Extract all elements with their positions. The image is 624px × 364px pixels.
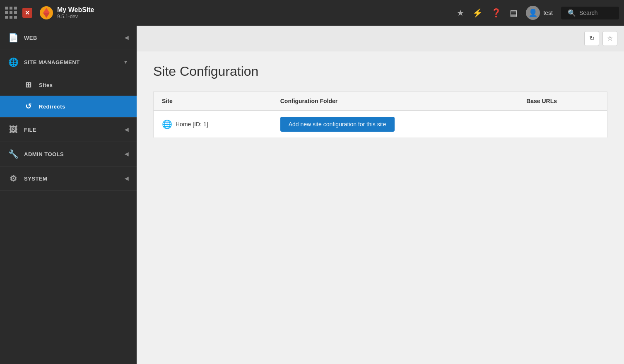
sidebar-system-label: SYSTEM (24, 176, 47, 182)
redirects-icon: ↺ (24, 102, 33, 111)
page-title: Site Configuration (153, 64, 607, 79)
topbar-right: ★ ⚡ ❓ ▤ 👤 test 🔍 Search (457, 6, 619, 20)
sidebar-redirects-label: Redirects (39, 104, 65, 110)
brand-logo (39, 5, 54, 20)
sidebar-site-management-label: SITE MANAGEMENT (24, 59, 80, 65)
add-site-config-button[interactable]: Add new site configuration for this site (280, 117, 395, 132)
table-body: 🌐 Home [ID: 1] Add new site configuratio… (154, 111, 607, 138)
main-layout: 📄 WEB ◀ 🌐 SITE MANAGEMENT ▼ ⊞ Sites ↺ Re… (0, 26, 624, 364)
site-management-icon: 🌐 (8, 57, 18, 67)
chevron-down-icon: ▼ (123, 59, 128, 65)
content-toolbar: ↻ ☆ (137, 26, 624, 51)
brand-text: My WebSite 9.5.1-dev (57, 6, 94, 19)
base-urls-cell (518, 111, 607, 138)
sidebar-sites-label: Sites (39, 82, 53, 88)
site-name: My WebSite (57, 6, 94, 14)
favorites-icon[interactable]: ★ (457, 8, 464, 18)
topbar: ✕ My WebSite 9.5.1-dev ★ ⚡ ❓ ▤ 👤 test 🔍 … (0, 0, 624, 26)
sidebar-file-label: FILE (24, 127, 36, 133)
sidebar-item-redirects[interactable]: ↺ Redirects (0, 96, 137, 117)
system-icon: ⚙ (8, 174, 18, 183)
web-icon: 📄 (8, 33, 18, 43)
globe-icon: 🌐 (162, 119, 172, 129)
sidebar-section-file: 🖼 FILE ◀ (0, 118, 137, 142)
sidebar: 📄 WEB ◀ 🌐 SITE MANAGEMENT ▼ ⊞ Sites ↺ Re… (0, 26, 137, 364)
content-body: Site Configuration Site Configuration Fo… (137, 51, 624, 364)
refresh-icon: ↻ (589, 34, 595, 42)
avatar: 👤 (526, 6, 540, 20)
col-config-folder: Configuration Folder (272, 92, 518, 111)
file-icon: 🖼 (8, 125, 18, 135)
col-site: Site (154, 92, 272, 111)
table-header: Site Configuration Folder Base URLs (154, 92, 607, 111)
sidebar-item-file[interactable]: 🖼 FILE ◀ (0, 118, 137, 142)
table-header-row: Site Configuration Folder Base URLs (154, 92, 607, 111)
grid-view-icon[interactable]: ▤ (510, 8, 518, 18)
help-icon[interactable]: ❓ (491, 8, 501, 18)
sidebar-section-system: ⚙ SYSTEM ◀ (0, 166, 137, 191)
site-cell: 🌐 Home [ID: 1] (154, 111, 272, 138)
sidebar-item-system[interactable]: ⚙ SYSTEM ◀ (0, 166, 137, 190)
close-icon[interactable]: ✕ (22, 8, 32, 18)
star-icon: ☆ (607, 34, 613, 42)
col-base-urls: Base URLs (518, 92, 607, 111)
config-folder-cell: Add new site configuration for this site (272, 111, 518, 138)
chevron-icon-file: ◀ (125, 127, 129, 133)
admin-tools-icon: 🔧 (8, 149, 18, 159)
site-name-cell: Home [ID: 1] (176, 121, 208, 128)
config-table: Site Configuration Folder Base URLs 🌐 Ho… (153, 92, 607, 138)
sidebar-item-admin-tools[interactable]: 🔧 ADMIN TOOLS ◀ (0, 142, 137, 166)
sidebar-item-sites[interactable]: ⊞ Sites (0, 74, 137, 96)
version-label: 9.5.1-dev (57, 14, 94, 19)
sidebar-section-web: 📄 WEB ◀ (0, 26, 137, 50)
bookmark-button[interactable]: ☆ (602, 31, 617, 46)
sidebar-item-web[interactable]: 📄 WEB ◀ (0, 26, 137, 50)
chevron-icon-system: ◀ (125, 176, 129, 181)
search-label: Search (579, 10, 597, 16)
refresh-button[interactable]: ↻ (584, 31, 599, 46)
sidebar-section-site-management: 🌐 SITE MANAGEMENT ▼ ⊞ Sites ↺ Redirects (0, 50, 137, 118)
sidebar-section-admin-tools: 🔧 ADMIN TOOLS ◀ (0, 142, 137, 166)
search-area[interactable]: 🔍 Search (561, 7, 619, 19)
user-area[interactable]: 👤 test (526, 6, 553, 20)
topbar-left: ✕ My WebSite 9.5.1-dev (5, 5, 94, 20)
search-icon: 🔍 (568, 9, 576, 17)
apps-grid-button[interactable] (5, 7, 17, 19)
sidebar-admin-tools-label: ADMIN TOOLS (24, 151, 64, 157)
lightning-icon[interactable]: ⚡ (472, 8, 483, 18)
site-cell-content: 🌐 Home [ID: 1] (162, 119, 264, 129)
sidebar-web-label: WEB (24, 35, 37, 41)
sites-icon: ⊞ (24, 80, 33, 89)
sidebar-item-site-management[interactable]: 🌐 SITE MANAGEMENT ▼ (0, 50, 137, 74)
chevron-icon-admin: ◀ (125, 151, 129, 157)
table-row: 🌐 Home [ID: 1] Add new site configuratio… (154, 111, 607, 138)
brand: My WebSite 9.5.1-dev (39, 5, 94, 20)
user-name-label: test (543, 10, 553, 16)
content-area: ↻ ☆ Site Configuration Site Configuratio… (137, 26, 624, 364)
chevron-icon: ◀ (125, 35, 129, 41)
